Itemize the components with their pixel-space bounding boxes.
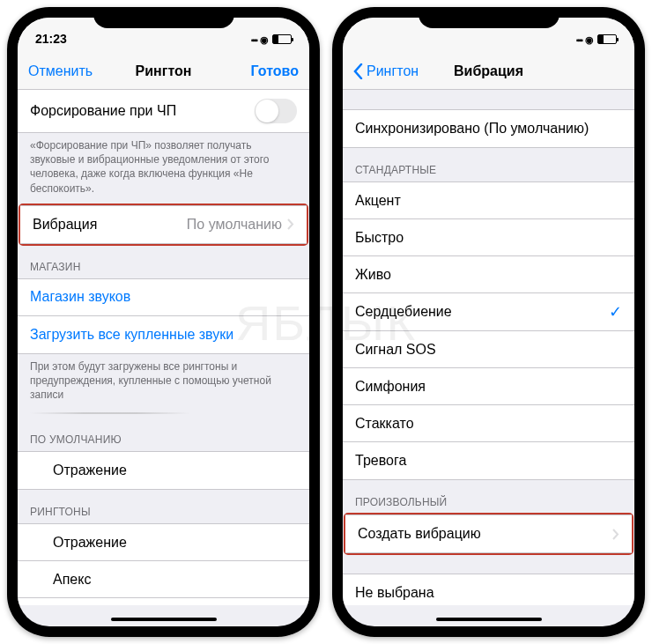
done-button[interactable]: Готово <box>228 63 299 79</box>
standard-item[interactable]: Тревога <box>343 442 634 479</box>
standard-list: АкцентБыстроЖивоСердцебиение✓Сигнал SOSС… <box>343 181 634 480</box>
custom-header: ПРОИЗВОЛЬНЫЙ <box>343 480 634 514</box>
default-item[interactable]: Отражение <box>18 452 309 489</box>
standard-item[interactable]: Живо <box>343 256 634 293</box>
content-right[interactable]: Синхронизировано (По умолчанию) СТАНДАРТ… <box>343 90 634 605</box>
ringtone-item[interactable]: Отражение <box>18 524 309 561</box>
wifi-icon <box>585 32 594 46</box>
nav-bar: Рингтон Вибрация <box>343 53 634 90</box>
store-sounds-cell[interactable]: Магазин звуков <box>18 279 309 316</box>
standard-item[interactable]: Стаккато <box>343 405 634 442</box>
battery-icon <box>272 34 292 44</box>
standard-header: СТАНДАРТНЫЕ <box>343 148 634 181</box>
content-left[interactable]: Форсирование при ЧП «Форсирование при ЧП… <box>18 90 309 605</box>
status-indicators <box>576 32 617 46</box>
notch <box>419 7 559 28</box>
store-download-cell[interactable]: Загрузить все купленные звуки <box>18 316 309 353</box>
standard-item[interactable]: Акцент <box>343 182 634 219</box>
store-header: МАГАЗИН <box>18 245 309 278</box>
chevron-left-icon <box>353 63 363 79</box>
wifi-icon <box>260 32 269 46</box>
notch <box>93 7 234 28</box>
ringtones-header: РИНГТОНЫ <box>18 490 309 523</box>
checkmark-icon: ✓ <box>609 302 622 322</box>
signal-icon <box>251 32 256 46</box>
highlight-vibration: Вибрация По умолчанию <box>19 204 308 246</box>
emergency-footer: «Форсирование при ЧП» позволяет получать… <box>18 133 309 204</box>
phone-left: 21:23 Отменить Рингтон Готово Форсирован… <box>7 7 320 637</box>
vibration-cell[interactable]: Вибрация По умолчанию <box>20 206 307 243</box>
ringtone-item[interactable]: Апекс <box>18 561 309 598</box>
default-header: ПО УМОЛЧАНИЮ <box>18 418 309 451</box>
chevron-right-icon <box>287 218 294 230</box>
signal-icon <box>576 32 582 46</box>
nav-title: Рингтон <box>136 63 192 79</box>
emergency-label: Форсирование при ЧП <box>30 103 176 119</box>
screen-left: 21:23 Отменить Рингтон Готово Форсирован… <box>18 18 309 626</box>
home-indicator[interactable] <box>436 618 542 621</box>
ringtone-item[interactable]: Вершина <box>18 598 309 605</box>
store-footer: При этом будут загружены все рингтоны и … <box>18 354 309 411</box>
standard-item[interactable]: Сигнал SOS <box>343 331 634 368</box>
chevron-right-icon <box>612 529 619 540</box>
screen-right: Рингтон Вибрация Синхронизировано (По ум… <box>343 18 634 626</box>
status-time: 21:23 <box>35 32 67 46</box>
cancel-button[interactable]: Отменить <box>28 63 99 79</box>
battery-icon <box>597 34 617 44</box>
standard-item[interactable]: Быстро <box>343 219 634 256</box>
synced-cell[interactable]: Синхронизировано (По умолчанию) <box>343 110 634 147</box>
home-indicator[interactable] <box>111 618 217 621</box>
create-vibration-cell[interactable]: Создать вибрацию <box>345 515 632 552</box>
vibration-value: По умолчанию <box>187 217 294 233</box>
phone-right: Рингтон Вибрация Синхронизировано (По ум… <box>332 7 645 637</box>
status-indicators <box>251 32 292 46</box>
nav-bar: Отменить Рингтон Готово <box>18 53 309 90</box>
scroll-hint <box>30 412 297 414</box>
emergency-cell[interactable]: Форсирование при ЧП <box>18 90 309 132</box>
standard-item[interactable]: Сердцебиение✓ <box>343 293 634 331</box>
ringtones-list: ОтражениеАпексВершинаВестникВолныВступле… <box>18 523 309 605</box>
emergency-toggle[interactable] <box>255 99 297 123</box>
standard-item[interactable]: Симфония <box>343 368 634 405</box>
highlight-create: Создать вибрацию <box>344 513 633 555</box>
nav-title: Вибрация <box>454 63 523 79</box>
vibration-label: Вибрация <box>33 217 97 233</box>
back-button[interactable]: Рингтон <box>353 63 424 79</box>
none-cell[interactable]: Не выбрана <box>343 574 634 605</box>
